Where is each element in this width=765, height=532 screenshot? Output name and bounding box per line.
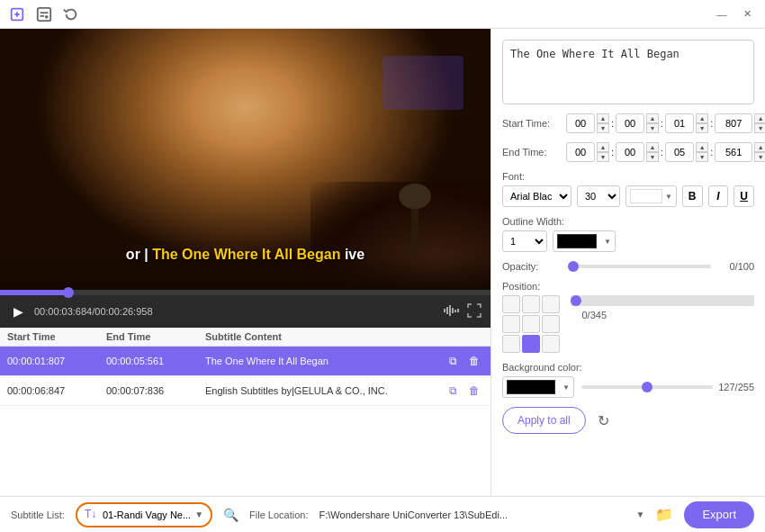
- subtitle-list-dropdown[interactable]: T↓ 01-Randi Vagy Ne... ▼: [76, 502, 212, 527]
- fullscreen-icon[interactable]: [467, 303, 482, 320]
- folder-button[interactable]: 📁: [655, 506, 673, 523]
- bg-color-swatch: [507, 380, 555, 394]
- position-slider[interactable]: [571, 295, 754, 306]
- end-time-label: End Time:: [502, 147, 561, 158]
- bg-slider-group: 127/255: [581, 382, 754, 392]
- copy-icon[interactable]: ⧉: [444, 352, 462, 370]
- spin-down[interactable]: ▼: [597, 152, 609, 162]
- overlay-after: ive: [345, 247, 364, 262]
- subtitle-text-input[interactable]: The One Where It All Began: [502, 40, 754, 104]
- subtitle-table-area: Start Time End Time Subtitle Content 00:…: [0, 328, 490, 496]
- bg-opacity-value: 127/255: [718, 382, 754, 392]
- start-time-cell: 00:00:06:847: [7, 385, 106, 396]
- subtitle-row[interactable]: 00:00:06:847 00:00:07:836 English Subtit…: [0, 376, 490, 406]
- spin-up[interactable]: ▲: [646, 142, 659, 152]
- reset-icon[interactable]: ↻: [593, 410, 615, 431]
- add-subtitle-icon[interactable]: [34, 5, 54, 24]
- bg-color-picker[interactable]: ▼: [502, 376, 574, 398]
- start-hours-spinner: ▲ ▼: [597, 113, 609, 133]
- outline-row: 1 ▼: [502, 230, 754, 252]
- delete-icon[interactable]: 🗑: [465, 352, 483, 370]
- pos-top-center[interactable]: [522, 295, 540, 313]
- spin-down[interactable]: ▼: [597, 123, 609, 133]
- pos-bot-center[interactable]: [522, 335, 540, 353]
- close-button[interactable]: ✕: [736, 5, 758, 23]
- refresh-icon[interactable]: [61, 5, 81, 24]
- font-family-select[interactable]: Arial Blac: [502, 185, 572, 207]
- underline-button[interactable]: U: [734, 185, 754, 207]
- spin-down[interactable]: ▼: [696, 123, 708, 133]
- apply-all-button[interactable]: Apply to all: [502, 407, 586, 434]
- video-player[interactable]: or | The One Where It All Began ive: [0, 29, 490, 290]
- end-ms[interactable]: [715, 142, 752, 162]
- subtitle-list-label: Subtitle List:: [11, 509, 65, 520]
- pos-bot-left[interactable]: [502, 335, 520, 353]
- search-button[interactable]: 🔍: [223, 508, 238, 522]
- file-location-value: F:\Wondershare UniConverter 13\SubEdi...: [320, 509, 626, 520]
- position-controls: 0/345: [502, 295, 754, 353]
- title-bar: — ✕: [0, 0, 765, 29]
- position-label: Position:: [502, 281, 754, 292]
- pos-mid-center[interactable]: [522, 315, 540, 333]
- spin-down[interactable]: ▼: [696, 152, 708, 162]
- start-time-row: Start Time: ▲ ▼ : ▲ ▼ :: [502, 113, 754, 133]
- svg-rect-11: [452, 308, 454, 313]
- start-seconds[interactable]: [665, 113, 694, 133]
- pos-top-left[interactable]: [502, 295, 520, 313]
- spin-up[interactable]: ▲: [646, 113, 659, 123]
- row-actions: ⧉ 🗑: [429, 352, 483, 370]
- end-hours[interactable]: [566, 142, 595, 162]
- spin-up[interactable]: ▲: [754, 113, 765, 123]
- pos-mid-left[interactable]: [502, 315, 520, 333]
- pos-bot-right[interactable]: [542, 335, 560, 353]
- file-location-label: File Location:: [249, 509, 308, 520]
- add-media-icon[interactable]: [7, 5, 27, 24]
- window-controls: — ✕: [711, 5, 758, 23]
- spin-up[interactable]: ▲: [696, 113, 708, 123]
- spin-up[interactable]: ▲: [754, 142, 765, 152]
- start-ms[interactable]: [715, 113, 752, 133]
- end-minutes[interactable]: [616, 142, 644, 162]
- outline-dropdown-arrow: ▼: [604, 238, 611, 246]
- subtitle-overlay: or | The One Where It All Began ive: [126, 247, 364, 263]
- waveform-icon[interactable]: [442, 303, 460, 320]
- outline-color-picker[interactable]: ▼: [553, 230, 616, 252]
- pos-top-right[interactable]: [542, 295, 560, 313]
- time-display: 00:00:03:684/00:00:26:958: [34, 306, 153, 317]
- bold-button[interactable]: B: [682, 185, 703, 207]
- font-color-picker[interactable]: ▼: [626, 185, 677, 207]
- start-minutes-spinner: ▲ ▼: [646, 113, 659, 133]
- header-start-time: Start Time: [7, 331, 106, 342]
- opacity-slider[interactable]: [568, 265, 711, 268]
- opacity-value: 0/100: [718, 261, 754, 272]
- spin-down[interactable]: ▼: [646, 152, 659, 162]
- spin-up[interactable]: ▲: [597, 142, 609, 152]
- delete-icon[interactable]: 🗑: [465, 382, 483, 400]
- outline-width-select[interactable]: 1: [502, 230, 547, 252]
- start-hours[interactable]: [566, 113, 595, 133]
- pos-mid-right[interactable]: [542, 315, 560, 333]
- italic-button[interactable]: I: [708, 185, 729, 207]
- start-minutes[interactable]: [616, 113, 644, 133]
- outline-section: Outline Width: 1 ▼: [502, 216, 754, 252]
- end-seconds[interactable]: [665, 142, 694, 162]
- spin-down[interactable]: ▼: [754, 152, 765, 162]
- opacity-row: Opacity: 0/100: [502, 261, 754, 272]
- spin-down[interactable]: ▼: [646, 123, 659, 133]
- spin-up[interactable]: ▲: [696, 142, 708, 152]
- progress-bar[interactable]: [0, 290, 490, 295]
- spin-up[interactable]: ▲: [597, 113, 609, 123]
- subtitle-row[interactable]: 00:00:01:807 00:00:05:561 The One Where …: [0, 347, 490, 376]
- minimize-button[interactable]: —: [711, 5, 733, 23]
- file-path-dropdown-arrow[interactable]: ▼: [636, 509, 645, 519]
- end-time-cell: 00:00:05:561: [106, 356, 205, 366]
- export-button[interactable]: Export: [684, 501, 754, 528]
- copy-icon[interactable]: ⧉: [444, 382, 462, 400]
- spin-down[interactable]: ▼: [754, 123, 765, 133]
- font-size-select[interactable]: 30: [577, 185, 620, 207]
- end-time-fields: ▲ ▼ : ▲ ▼ : ▲ ▼ :: [566, 142, 765, 162]
- start-time-fields: ▲ ▼ : ▲ ▼ : ▲ ▼ :: [566, 113, 765, 133]
- bg-opacity-slider[interactable]: [581, 385, 713, 389]
- position-slider-group: 0/345: [571, 295, 754, 320]
- play-button[interactable]: ▶: [9, 302, 27, 320]
